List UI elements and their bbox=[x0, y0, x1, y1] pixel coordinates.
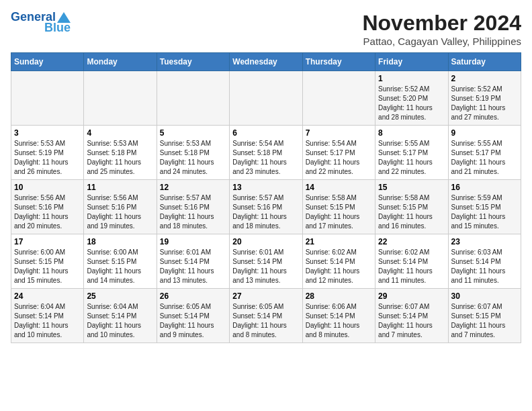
logo-line2: Blue bbox=[44, 21, 71, 35]
header-saturday: Saturday bbox=[448, 53, 521, 71]
calendar-cell: 13Sunrise: 5:57 AM Sunset: 5:16 PM Dayli… bbox=[230, 180, 302, 234]
calendar-cell: 6Sunrise: 5:54 AM Sunset: 5:18 PM Daylig… bbox=[230, 126, 302, 180]
calendar-cell: 24Sunrise: 6:04 AM Sunset: 5:14 PM Dayli… bbox=[11, 289, 84, 343]
day-number: 15 bbox=[378, 183, 445, 192]
day-number: 8 bbox=[378, 128, 445, 138]
day-info: Sunrise: 5:53 AM Sunset: 5:19 PM Dayligh… bbox=[14, 139, 81, 177]
week-row-3: 17Sunrise: 6:00 AM Sunset: 5:15 PM Dayli… bbox=[11, 234, 521, 289]
day-number: 27 bbox=[232, 291, 299, 301]
calendar-cell: 20Sunrise: 6:01 AM Sunset: 5:14 PM Dayli… bbox=[230, 234, 302, 289]
calendar-cell: 7Sunrise: 5:54 AM Sunset: 5:17 PM Daylig… bbox=[302, 126, 375, 180]
day-number: 26 bbox=[160, 291, 226, 301]
day-number: 13 bbox=[232, 183, 299, 192]
day-info: Sunrise: 5:54 AM Sunset: 5:18 PM Dayligh… bbox=[232, 139, 299, 177]
week-row-0: 1Sunrise: 5:52 AM Sunset: 5:20 PM Daylig… bbox=[11, 71, 521, 126]
day-number: 23 bbox=[451, 237, 518, 246]
header-friday: Friday bbox=[375, 53, 448, 71]
calendar-cell: 23Sunrise: 6:03 AM Sunset: 5:14 PM Dayli… bbox=[448, 234, 521, 289]
day-info: Sunrise: 5:56 AM Sunset: 5:16 PM Dayligh… bbox=[87, 193, 153, 231]
calendar-cell: 18Sunrise: 6:00 AM Sunset: 5:15 PM Dayli… bbox=[84, 234, 157, 289]
header-sunday: Sunday bbox=[11, 53, 84, 71]
day-number: 20 bbox=[232, 237, 299, 246]
day-info: Sunrise: 5:57 AM Sunset: 5:16 PM Dayligh… bbox=[232, 193, 299, 231]
calendar-cell bbox=[157, 71, 229, 126]
calendar-table: SundayMondayTuesdayWednesdayThursdayFrid… bbox=[11, 52, 521, 343]
day-number: 17 bbox=[14, 237, 81, 246]
day-info: Sunrise: 6:05 AM Sunset: 5:14 PM Dayligh… bbox=[232, 302, 299, 340]
header-thursday: Thursday bbox=[302, 53, 375, 71]
day-number: 25 bbox=[87, 291, 153, 301]
calendar-cell: 5Sunrise: 5:53 AM Sunset: 5:18 PM Daylig… bbox=[157, 126, 229, 180]
calendar-cell: 22Sunrise: 6:02 AM Sunset: 5:14 PM Dayli… bbox=[375, 234, 448, 289]
day-info: Sunrise: 5:58 AM Sunset: 5:15 PM Dayligh… bbox=[306, 193, 372, 231]
day-info: Sunrise: 5:53 AM Sunset: 5:18 PM Dayligh… bbox=[87, 139, 153, 177]
day-number: 5 bbox=[160, 128, 226, 138]
day-number: 29 bbox=[378, 291, 445, 301]
calendar-cell: 12Sunrise: 5:57 AM Sunset: 5:16 PM Dayli… bbox=[157, 180, 229, 234]
day-number: 22 bbox=[378, 237, 445, 246]
day-number: 9 bbox=[451, 128, 518, 138]
calendar-cell: 2Sunrise: 5:52 AM Sunset: 5:19 PM Daylig… bbox=[448, 71, 521, 126]
day-number: 30 bbox=[451, 291, 518, 301]
day-number: 11 bbox=[87, 183, 153, 192]
calendar-cell: 28Sunrise: 6:06 AM Sunset: 5:14 PM Dayli… bbox=[302, 289, 375, 343]
day-info: Sunrise: 5:59 AM Sunset: 5:15 PM Dayligh… bbox=[451, 193, 518, 231]
day-number: 19 bbox=[160, 237, 226, 246]
calendar-cell: 9Sunrise: 5:55 AM Sunset: 5:17 PM Daylig… bbox=[448, 126, 521, 180]
day-info: Sunrise: 6:03 AM Sunset: 5:14 PM Dayligh… bbox=[451, 248, 518, 285]
calendar-cell: 11Sunrise: 5:56 AM Sunset: 5:16 PM Dayli… bbox=[84, 180, 157, 234]
day-number: 14 bbox=[306, 183, 372, 192]
calendar-cell: 10Sunrise: 5:56 AM Sunset: 5:16 PM Dayli… bbox=[11, 180, 84, 234]
calendar-cell bbox=[302, 71, 375, 126]
calendar-cell: 4Sunrise: 5:53 AM Sunset: 5:18 PM Daylig… bbox=[84, 126, 157, 180]
day-number: 3 bbox=[14, 128, 81, 138]
week-row-1: 3Sunrise: 5:53 AM Sunset: 5:19 PM Daylig… bbox=[11, 126, 521, 180]
day-info: Sunrise: 6:04 AM Sunset: 5:14 PM Dayligh… bbox=[14, 302, 81, 340]
day-number: 4 bbox=[87, 128, 153, 138]
day-info: Sunrise: 5:52 AM Sunset: 5:20 PM Dayligh… bbox=[378, 85, 445, 122]
calendar-cell: 30Sunrise: 6:07 AM Sunset: 5:15 PM Dayli… bbox=[448, 289, 521, 343]
day-info: Sunrise: 6:04 AM Sunset: 5:14 PM Dayligh… bbox=[87, 302, 153, 340]
day-info: Sunrise: 6:01 AM Sunset: 5:14 PM Dayligh… bbox=[232, 248, 299, 285]
day-info: Sunrise: 5:58 AM Sunset: 5:15 PM Dayligh… bbox=[378, 193, 445, 231]
day-info: Sunrise: 6:05 AM Sunset: 5:14 PM Dayligh… bbox=[160, 302, 226, 340]
header-monday: Monday bbox=[84, 53, 157, 71]
week-row-4: 24Sunrise: 6:04 AM Sunset: 5:14 PM Dayli… bbox=[11, 289, 521, 343]
day-number: 16 bbox=[451, 183, 518, 192]
day-number: 2 bbox=[451, 74, 518, 83]
logo: General Blue bbox=[11, 11, 71, 35]
calendar-cell: 21Sunrise: 6:02 AM Sunset: 5:14 PM Dayli… bbox=[302, 234, 375, 289]
day-number: 1 bbox=[378, 74, 445, 83]
day-info: Sunrise: 5:57 AM Sunset: 5:16 PM Dayligh… bbox=[160, 193, 226, 231]
calendar-cell: 3Sunrise: 5:53 AM Sunset: 5:19 PM Daylig… bbox=[11, 126, 84, 180]
day-info: Sunrise: 5:56 AM Sunset: 5:16 PM Dayligh… bbox=[14, 193, 81, 231]
calendar-cell: 25Sunrise: 6:04 AM Sunset: 5:14 PM Dayli… bbox=[84, 289, 157, 343]
day-info: Sunrise: 6:06 AM Sunset: 5:14 PM Dayligh… bbox=[306, 302, 372, 340]
calendar-cell: 8Sunrise: 5:55 AM Sunset: 5:17 PM Daylig… bbox=[375, 126, 448, 180]
title-block: November 2024 Pattao, Cagayan Valley, Ph… bbox=[362, 11, 521, 47]
calendar-cell: 15Sunrise: 5:58 AM Sunset: 5:15 PM Dayli… bbox=[375, 180, 448, 234]
calendar-header-row: SundayMondayTuesdayWednesdayThursdayFrid… bbox=[11, 53, 521, 71]
day-number: 7 bbox=[306, 128, 372, 138]
day-info: Sunrise: 6:02 AM Sunset: 5:14 PM Dayligh… bbox=[378, 248, 445, 285]
calendar-cell: 14Sunrise: 5:58 AM Sunset: 5:15 PM Dayli… bbox=[302, 180, 375, 234]
day-number: 10 bbox=[14, 183, 81, 192]
week-row-2: 10Sunrise: 5:56 AM Sunset: 5:16 PM Dayli… bbox=[11, 180, 521, 234]
header-tuesday: Tuesday bbox=[157, 53, 229, 71]
calendar-cell: 19Sunrise: 6:01 AM Sunset: 5:14 PM Dayli… bbox=[157, 234, 229, 289]
calendar-cell: 16Sunrise: 5:59 AM Sunset: 5:15 PM Dayli… bbox=[448, 180, 521, 234]
page-header: General Blue November 2024 Pattao, Cagay… bbox=[11, 11, 521, 47]
day-info: Sunrise: 6:00 AM Sunset: 5:15 PM Dayligh… bbox=[14, 248, 81, 285]
day-number: 18 bbox=[87, 237, 153, 246]
calendar-cell: 1Sunrise: 5:52 AM Sunset: 5:20 PM Daylig… bbox=[375, 71, 448, 126]
day-number: 28 bbox=[306, 291, 372, 301]
day-info: Sunrise: 6:02 AM Sunset: 5:14 PM Dayligh… bbox=[306, 248, 372, 285]
page-title: November 2024 bbox=[362, 11, 521, 36]
calendar-cell bbox=[84, 71, 157, 126]
calendar-cell bbox=[11, 71, 84, 126]
page-subtitle: Pattao, Cagayan Valley, Philippines bbox=[362, 36, 521, 47]
calendar-cell: 29Sunrise: 6:07 AM Sunset: 5:14 PM Dayli… bbox=[375, 289, 448, 343]
day-info: Sunrise: 5:53 AM Sunset: 5:18 PM Dayligh… bbox=[160, 139, 226, 177]
day-info: Sunrise: 5:55 AM Sunset: 5:17 PM Dayligh… bbox=[451, 139, 518, 177]
day-number: 6 bbox=[232, 128, 299, 138]
